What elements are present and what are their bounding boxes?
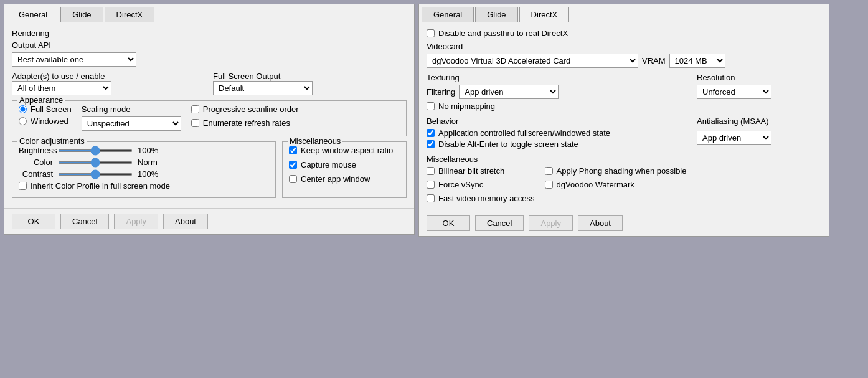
- left-content: Rendering Output API Best available one …: [4, 22, 414, 208]
- resolution-select[interactable]: Unforced: [697, 85, 771, 99]
- brightness-slider[interactable]: [58, 149, 133, 152]
- color-slider[interactable]: [58, 161, 133, 164]
- texturing-section: Texturing Filtering App driven No mipmap…: [427, 73, 687, 113]
- no-mipmapping-check[interactable]: [427, 102, 435, 110]
- misc-left-title: Miscellaneous: [288, 136, 342, 146]
- antialiasing-label: Antialiasing (MSAA): [697, 116, 821, 126]
- output-api-select[interactable]: Best available one: [12, 52, 136, 67]
- progressive-scanline-label: Progressive scanline order: [203, 105, 299, 114]
- right-about-button[interactable]: About: [578, 215, 623, 231]
- right-tabs: General Glide DirectX: [419, 4, 829, 22]
- right-footer: OK Cancel Apply About: [419, 210, 829, 236]
- misc-left-col: Bilinear blit stretch Force vSync Fast v…: [427, 166, 535, 205]
- right-apply-button[interactable]: Apply: [529, 215, 573, 231]
- enumerate-refresh-row: Enumerate refresh rates: [191, 118, 299, 128]
- bilinear-blit-check[interactable]: [427, 167, 435, 175]
- capture-mouse-row: Capture mouse: [289, 160, 400, 169]
- left-tab-directx[interactable]: DirectX: [105, 7, 155, 22]
- fast-video-check[interactable]: [427, 194, 435, 202]
- misc-right-cols: Bilinear blit stretch Force vSync Fast v…: [427, 166, 821, 205]
- keep-aspect-check[interactable]: [289, 146, 297, 154]
- adapters-label: Adapter(s) to use / enable: [12, 72, 205, 81]
- fullscreen-label: Full Screen: [31, 105, 72, 114]
- adapters-col: Adapter(s) to use / enable All of them: [12, 72, 205, 95]
- keep-aspect-row: Keep window aspect ratio: [289, 146, 400, 155]
- texturing-resolution-row: Texturing Filtering App driven No mipmap…: [427, 73, 821, 113]
- adapters-select[interactable]: All of them: [12, 81, 111, 95]
- bilinear-blit-row: Bilinear blit stretch: [427, 166, 535, 176]
- contrast-slider[interactable]: [58, 173, 133, 176]
- brightness-row: Brightness 100%: [19, 146, 269, 155]
- windowed-radio-row: Windowed: [19, 116, 72, 126]
- adapters-fullscreen-row: Adapter(s) to use / enable All of them F…: [12, 72, 407, 95]
- left-tab-glide[interactable]: Glide: [60, 7, 103, 22]
- left-tab-general[interactable]: General: [7, 7, 59, 22]
- scaling-col: Scaling mode Unspecified: [82, 105, 181, 131]
- inherit-color-check[interactable]: [19, 182, 27, 190]
- inherit-color-row: Inherit Color Profile in full screen mod…: [19, 181, 269, 191]
- scaling-mode-select[interactable]: Unspecified: [82, 116, 181, 131]
- appearance-inner: Full Screen Windowed Scaling mode Unspec…: [19, 105, 400, 131]
- color-label: Color: [19, 158, 53, 167]
- disable-alt-enter-row: Disable Alt-Enter to toggle screen state: [427, 139, 687, 149]
- vram-select[interactable]: 1024 MB: [669, 54, 725, 68]
- capture-mouse-check[interactable]: [289, 161, 297, 169]
- center-app-label: Center app window: [301, 174, 370, 184]
- left-ok-button[interactable]: OK: [12, 214, 55, 229]
- resolution-section: Resolution Unforced: [697, 73, 821, 113]
- fullscreen-output-select[interactable]: Default: [213, 81, 313, 95]
- fast-video-label: Fast video memory access: [438, 194, 535, 203]
- color-adj-title: Color adjustments: [17, 136, 87, 146]
- appearance-checks: Progressive scanline order Enumerate ref…: [191, 105, 299, 131]
- antialiasing-select[interactable]: App driven: [697, 131, 771, 145]
- color-row: Color Norm: [19, 158, 269, 167]
- fast-video-row: Fast video memory access: [427, 194, 535, 203]
- disable-passthru-check[interactable]: [427, 29, 435, 37]
- misc-checkboxes: Keep window aspect ratio Capture mouse C…: [289, 146, 400, 186]
- force-vsync-row: Force vSync: [427, 180, 535, 189]
- apply-phong-check[interactable]: [545, 167, 553, 175]
- videocard-row: dgVoodoo Virtual 3D Accelerated Card VRA…: [427, 54, 821, 68]
- center-app-check[interactable]: [289, 175, 297, 183]
- right-tab-directx[interactable]: DirectX: [519, 7, 570, 22]
- vram-label: VRAM: [642, 56, 666, 65]
- left-tabs: General Glide DirectX: [4, 4, 414, 22]
- output-api-label: Output API: [12, 40, 51, 50]
- fullscreen-output-label: Full Screen Output: [213, 72, 407, 81]
- contrast-value: 100%: [138, 169, 163, 179]
- windowed-radio[interactable]: [19, 117, 27, 125]
- keep-aspect-label: Keep window aspect ratio: [301, 146, 393, 155]
- appearance-group: Appearance Full Screen Windowed Scaling …: [12, 100, 407, 136]
- left-footer: OK Cancel Apply About: [4, 208, 414, 234]
- progressive-scanline-row: Progressive scanline order: [191, 105, 299, 114]
- left-dialog: General Glide DirectX Rendering Output A…: [4, 4, 415, 235]
- right-content: Disable and passthru to real DirectX Vid…: [419, 22, 829, 210]
- left-about-button[interactable]: About: [163, 214, 208, 229]
- videocard-select[interactable]: dgVoodoo Virtual 3D Accelerated Card: [427, 54, 638, 68]
- scaling-mode-label: Scaling mode: [82, 105, 181, 114]
- disable-alt-enter-check[interactable]: [427, 140, 435, 148]
- brightness-value: 100%: [138, 146, 163, 155]
- sliders: Brightness 100% Color Norm Contrast 100%: [19, 146, 269, 191]
- right-ok-button[interactable]: OK: [427, 215, 470, 231]
- windowed-label: Windowed: [31, 116, 68, 126]
- progressive-scanline-check[interactable]: [191, 105, 199, 113]
- color-adj-group: Color adjustments Brightness 100% Color …: [12, 141, 276, 198]
- fullscreen-radio[interactable]: [19, 105, 27, 113]
- app-controlled-check[interactable]: [427, 129, 435, 137]
- right-tab-general[interactable]: General: [422, 7, 474, 22]
- force-vsync-check[interactable]: [427, 181, 435, 189]
- left-cancel-button[interactable]: Cancel: [60, 214, 109, 229]
- output-api-select-row: Best available one: [12, 52, 407, 67]
- filtering-label: Filtering: [427, 87, 455, 97]
- left-apply-button[interactable]: Apply: [114, 214, 158, 229]
- fullscreen-output-col: Full Screen Output Default: [213, 72, 407, 95]
- right-tab-glide[interactable]: Glide: [475, 7, 517, 22]
- filtering-select[interactable]: App driven: [459, 85, 559, 99]
- enumerate-refresh-check[interactable]: [191, 119, 199, 127]
- dgvoodoo-watermark-check[interactable]: [545, 181, 553, 189]
- right-cancel-button[interactable]: Cancel: [475, 215, 524, 231]
- rendering-label: Rendering: [12, 29, 407, 38]
- capture-mouse-label: Capture mouse: [301, 160, 356, 169]
- contrast-label: Contrast: [19, 169, 53, 179]
